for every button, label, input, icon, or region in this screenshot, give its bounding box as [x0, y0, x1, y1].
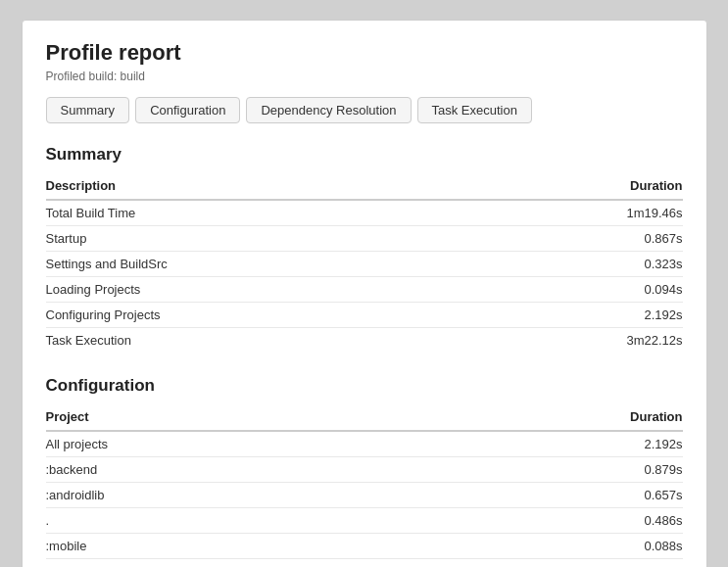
- summary-col-duration: Duration: [482, 174, 683, 200]
- configuration-row-duration: 2.192s: [392, 431, 683, 457]
- summary-row-description: Startup: [46, 226, 482, 252]
- configuration-row-duration: 0.486s: [392, 508, 683, 534]
- configuration-row-duration: 0.657s: [392, 483, 683, 508]
- configuration-row-project: :wear: [46, 559, 392, 568]
- configuration-row-duration: 0.048s: [392, 559, 683, 568]
- configuration-table-row: :wear 0.048s: [46, 559, 683, 568]
- summary-row-description: Configuring Projects: [46, 303, 482, 328]
- tab-configuration[interactable]: Configuration: [135, 97, 240, 123]
- report-title: Profile report: [46, 40, 683, 66]
- configuration-row-project: .: [46, 508, 392, 534]
- summary-row-description: Total Build Time: [46, 200, 482, 226]
- configuration-row-duration: 0.088s: [392, 534, 683, 559]
- configuration-table-row: :androidlib 0.657s: [46, 483, 683, 508]
- configuration-col-duration: Duration: [392, 405, 683, 431]
- summary-row-description: Settings and BuildSrc: [46, 252, 482, 277]
- summary-table-row: Configuring Projects 2.192s: [46, 303, 683, 328]
- tab-dependency-resolution[interactable]: Dependency Resolution: [246, 97, 411, 123]
- configuration-table-row: All projects 2.192s: [46, 431, 683, 457]
- summary-table-row: Startup 0.867s: [46, 226, 683, 252]
- report-subtitle: Profiled build: build: [46, 70, 683, 83]
- configuration-table-row: :backend 0.879s: [46, 457, 683, 483]
- configuration-row-duration: 0.879s: [392, 457, 683, 483]
- summary-row-duration: 3m22.12s: [482, 328, 683, 354]
- tab-bar: SummaryConfigurationDependency Resolutio…: [46, 97, 683, 123]
- configuration-row-project: :androidlib: [46, 483, 392, 508]
- report-container: Profile report Profiled build: build Sum…: [22, 20, 707, 567]
- summary-row-description: Task Execution: [46, 328, 482, 354]
- summary-table-row: Loading Projects 0.094s: [46, 277, 683, 303]
- configuration-section-title: Configuration: [46, 376, 683, 396]
- configuration-row-project: :backend: [46, 457, 392, 483]
- configuration-table: Project Duration All projects 2.192s :ba…: [46, 405, 683, 567]
- tab-summary[interactable]: Summary: [46, 97, 130, 123]
- summary-row-duration: 0.323s: [482, 252, 683, 277]
- summary-row-duration: 0.094s: [482, 277, 683, 303]
- configuration-table-row: :mobile 0.088s: [46, 534, 683, 559]
- summary-col-description: Description: [46, 174, 482, 200]
- configuration-row-project: All projects: [46, 431, 392, 457]
- summary-row-duration: 0.867s: [482, 226, 683, 252]
- summary-table-row: Total Build Time 1m19.46s: [46, 200, 683, 226]
- summary-table: Description Duration Total Build Time 1m…: [46, 174, 683, 353]
- summary-table-row: Task Execution 3m22.12s: [46, 328, 683, 354]
- configuration-table-row: . 0.486s: [46, 508, 683, 534]
- summary-row-duration: 1m19.46s: [482, 200, 683, 226]
- tab-task-execution[interactable]: Task Execution: [417, 97, 532, 123]
- summary-section-title: Summary: [46, 145, 683, 165]
- summary-row-description: Loading Projects: [46, 277, 482, 303]
- configuration-row-project: :mobile: [46, 534, 392, 559]
- summary-row-duration: 2.192s: [482, 303, 683, 328]
- configuration-col-project: Project: [46, 405, 392, 431]
- summary-table-row: Settings and BuildSrc 0.323s: [46, 252, 683, 277]
